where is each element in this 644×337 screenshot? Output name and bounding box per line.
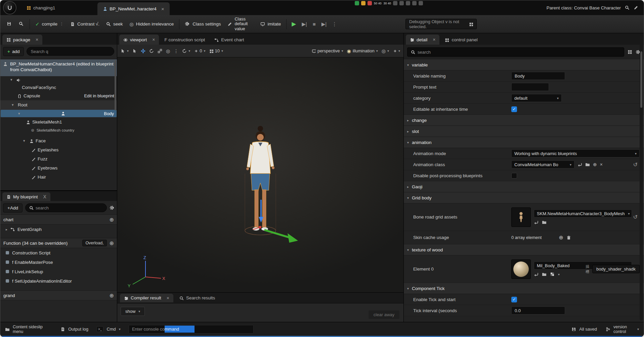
editable-inheritance-checkbox[interactable]: ✓ — [511, 106, 517, 112]
show-flags-dropdown[interactable]: ◎ ▾ — [382, 48, 389, 54]
close-icon[interactable]: × — [433, 37, 435, 42]
snap-options-icon[interactable]: ⋮ — [174, 48, 178, 54]
tree-row-eyebrows[interactable]: Eyebrows — [0, 163, 117, 173]
close-icon[interactable]: × — [167, 295, 169, 301]
eject-button[interactable]: ▶| — [319, 20, 329, 29]
expander-icon[interactable]: ▾ — [12, 103, 15, 107]
close-icon[interactable]: X — [43, 194, 46, 199]
tree-row-skeletalmesh1[interactable]: SkeletalMesh1 — [0, 117, 117, 127]
section-graphs[interactable]: chart ⊕ — [0, 214, 117, 225]
animation-class-select[interactable]: ConvaiMetaHuman Bo ▾ — [511, 160, 574, 168]
tab-my-blueprint[interactable]: My blueprint X — [2, 192, 50, 201]
tree-row-root[interactable]: ▾ Root — [0, 100, 117, 109]
browse-asset-icon[interactable] — [542, 272, 547, 277]
my-blueprint-search-input[interactable] — [36, 205, 103, 210]
checker-icon[interactable] — [550, 272, 555, 277]
details-search-input[interactable] — [418, 50, 620, 55]
tab-control-panel[interactable]: control panel — [441, 35, 481, 45]
components-search[interactable] — [27, 47, 114, 56]
play-button[interactable]: ▶ — [289, 19, 299, 29]
close-icon[interactable]: × — [152, 37, 155, 42]
tree-row-voice[interactable]: ▾ — [0, 76, 117, 83]
browse-asset-icon[interactable] — [585, 162, 590, 167]
tab-blueprint[interactable]: BP_NewMet..haracter4 × — [97, 2, 169, 15]
section-mesh[interactable]: ▾ Grid body — [404, 192, 644, 203]
tab-find-results[interactable]: Search results — [175, 293, 219, 303]
expander-icon[interactable]: ▸ — [6, 228, 7, 231]
section-advanced[interactable]: ▸ Gaoji — [404, 181, 644, 192]
components-search-input[interactable] — [31, 49, 110, 54]
variable-name-field[interactable]: Body — [511, 72, 565, 80]
details-scrollbar[interactable] — [640, 35, 643, 321]
tree-row-body[interactable]: ▾ Body — [0, 109, 117, 117]
tab-construction-script[interactable]: F construction script — [160, 35, 209, 45]
grid-snap-dropdown[interactable]: 10 ▾ — [209, 48, 223, 53]
class-defaults-button[interactable]: Class default value — [224, 15, 257, 34]
item-function[interactable]: Construction Script — [0, 248, 117, 257]
item-function[interactable]: f EnableMasterPose — [0, 257, 117, 267]
tab-compiler-results[interactable]: Compiler result × — [120, 294, 173, 302]
close-icon[interactable]: × — [161, 6, 164, 12]
tree-row-skeletalmesh-sub[interactable]: ◎ SkeletallMesh country — [0, 127, 117, 134]
details-search[interactable] — [407, 47, 624, 57]
tree-row-hair[interactable]: Hair — [0, 173, 117, 182]
section-variable[interactable]: ▾ variable — [404, 59, 644, 70]
play-options-button[interactable]: ⋮ — [330, 20, 339, 29]
chevron-down-icon[interactable]: ▾ — [558, 273, 560, 276]
enable-tick-checkbox[interactable]: ✓ — [511, 297, 517, 302]
tree-row-fuzz[interactable]: Fuzz — [0, 154, 117, 163]
compile-options-icon[interactable]: ⋮ — [60, 22, 63, 26]
viewport-tool-dropdown[interactable]: ▾ — [121, 49, 129, 53]
find-button[interactable]: seek — [103, 19, 126, 29]
use-selected-icon[interactable] — [577, 162, 582, 167]
tab-scene[interactable]: changjing1 — [21, 0, 60, 15]
gear-icon[interactable] — [110, 205, 114, 210]
browse-asset-icon[interactable] — [542, 220, 547, 225]
add-icon[interactable]: ⊕ — [593, 162, 597, 167]
save-button[interactable] — [4, 19, 15, 29]
tree-row-eyelashes[interactable]: Eyelashes — [0, 145, 117, 154]
class-settings-button[interactable]: Class settings — [182, 19, 224, 29]
content-drawer-button[interactable]: Content sideslip menu — [5, 325, 52, 334]
animation-mode-select[interactable]: Working with dynamic blueprints ▾ — [511, 149, 640, 157]
simulate-button[interactable]: imitate — [257, 19, 284, 29]
effects-dropdown[interactable]: ▾ — [393, 49, 400, 53]
tree-scrollbar[interactable] — [115, 60, 116, 110]
edit-icon[interactable] — [634, 5, 638, 10]
show-filter-dropdown[interactable]: show ▾ — [121, 307, 145, 316]
hide-unrelated-button[interactable]: ◎ Hidden irrelevance — [127, 19, 177, 29]
reset-to-default-icon[interactable]: ↺ — [633, 214, 640, 220]
cmd-dropdown[interactable]: >_ Cmd ▾ — [96, 326, 121, 332]
tab-details[interactable]: detail × — [406, 35, 439, 45]
add-macro-icon[interactable]: ⊕ — [110, 292, 114, 299]
section-animation[interactable]: ▾ animation — [404, 137, 644, 148]
rotation-snap-dropdown[interactable]: ▾ — [182, 49, 190, 53]
category-select[interactable]: default ▾ — [511, 94, 562, 102]
browse-button[interactable] — [16, 19, 27, 29]
tree-row-blueprint-root[interactable]: BP_NewMetaHumanCharacter4 (edited in blu… — [0, 59, 117, 76]
tab-components[interactable]: package × — [2, 35, 42, 45]
tree-row-facesync[interactable]: ConvaiFaceSync — [0, 83, 117, 91]
add-function-icon[interactable]: ⊕ — [110, 240, 114, 246]
debug-object-dropdown[interactable]: Debugging Object v is not selected. — [405, 19, 477, 29]
tab-viewport[interactable]: viewport × — [119, 35, 159, 45]
add-graph-icon[interactable]: ⊕ — [110, 216, 114, 223]
override-dropdown[interactable]: Overload, — [82, 240, 106, 246]
section-macros[interactable]: grand ⊕ — [0, 290, 117, 300]
tree-row-face[interactable]: ▾ Face — [0, 136, 117, 145]
section-change[interactable]: ▸ change — [404, 115, 644, 126]
move-tool-icon[interactable] — [141, 49, 145, 53]
add-component-button[interactable]: + add — [3, 47, 24, 56]
prompt-text-field[interactable] — [511, 83, 549, 91]
section-materials[interactable]: ▾ texture of wood — [404, 244, 644, 255]
character-model[interactable] — [217, 123, 303, 244]
section-component-tick[interactable]: ▾ Component Tick — [404, 283, 644, 294]
material-thumbnail[interactable] — [511, 259, 531, 279]
scale-tool-icon[interactable] — [158, 49, 162, 53]
scrollbar-thumb[interactable] — [640, 51, 642, 108]
expander-icon[interactable]: ▾ — [10, 78, 14, 82]
version-control-dropdown[interactable]: version control ▾ — [606, 325, 639, 334]
edit-in-blueprint-link[interactable]: Edit in blueprint — [84, 93, 114, 98]
item-function[interactable]: f LiveLinkSetup — [0, 267, 117, 276]
view-mode-dropdown[interactable]: ◉ illumination ▾ — [347, 48, 378, 54]
